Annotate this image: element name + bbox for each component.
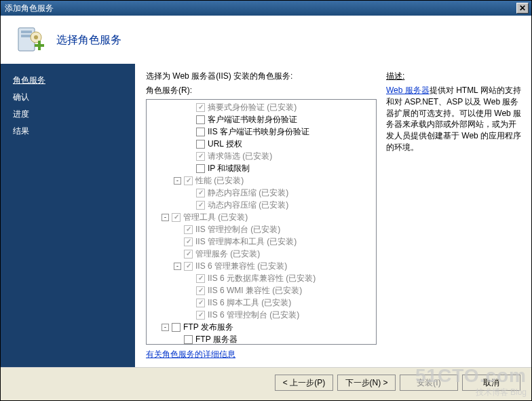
more-info-link[interactable]: 有关角色服务的详细信息 bbox=[146, 349, 235, 359]
tree-item-label: IIS 管理脚本和工具 (已安装) bbox=[195, 236, 297, 248]
tree-item-label: IIS 客户端证书映射身份验证 bbox=[208, 126, 309, 138]
tree-row[interactable]: 管理服务 (已安装) bbox=[149, 248, 373, 260]
svg-rect-6 bbox=[38, 41, 41, 50]
expand-icon[interactable]: - bbox=[162, 214, 169, 221]
checkbox[interactable] bbox=[196, 311, 205, 320]
tree-item-label: FTP 发布服务 bbox=[183, 322, 233, 333]
description-text: 提供对 HTML 网站的支持和对 ASP.NET、ASP 以及 Web 服务器扩… bbox=[386, 85, 521, 152]
checkbox[interactable] bbox=[196, 103, 205, 112]
sidebar: 角色服务确认进度结果 bbox=[1, 64, 135, 367]
tree-row[interactable]: 动态内容压缩 (已安装) bbox=[149, 199, 373, 211]
tree-row[interactable]: IIS 6 WMI 兼容性 (已安装) bbox=[149, 284, 373, 297]
tree-row[interactable]: IIS 客户端证书映射身份验证 bbox=[149, 126, 373, 138]
expand-icon[interactable]: - bbox=[174, 263, 181, 270]
tree-label: 角色服务(R): bbox=[146, 85, 377, 96]
tree-item-label: IIS 6 脚本工具 (已安装) bbox=[208, 297, 291, 309]
tree-item-label: IP 和域限制 bbox=[208, 163, 250, 174]
tree-item-label: IIS 6 元数据库兼容性 (已安装) bbox=[208, 273, 316, 284]
tree-item-label: IIS 6 管理兼容性 (已安装) bbox=[195, 261, 287, 272]
checkbox[interactable] bbox=[196, 201, 205, 210]
tree-item-label: 管理工具 (已安装) bbox=[183, 212, 248, 223]
instruction-text: 选择为 Web 服务器(IIS) 安装的角色服务: bbox=[146, 71, 377, 82]
checkbox[interactable] bbox=[196, 286, 205, 295]
tree-item-label: 管理服务 (已安装) bbox=[195, 248, 260, 260]
page-title: 选择角色服务 bbox=[56, 33, 121, 47]
tree-row[interactable]: -IIS 6 管理兼容性 (已安装) bbox=[149, 260, 373, 272]
checkbox[interactable] bbox=[172, 323, 180, 332]
tree-item-label: FTP 服务器 bbox=[195, 334, 238, 345]
header: 选择角色服务 bbox=[1, 16, 531, 64]
tree-item-label: 客户端证书映射身份验证 bbox=[208, 114, 297, 126]
tree-item-label: IIS 6 WMI 兼容性 (已安装) bbox=[208, 285, 302, 297]
checkbox[interactable] bbox=[172, 213, 180, 222]
tree-row[interactable]: IIS 管理控制台 (已安装) bbox=[149, 223, 373, 235]
tree-item-label: URL 授权 bbox=[208, 138, 242, 150]
checkbox[interactable] bbox=[196, 140, 205, 149]
checkbox[interactable] bbox=[196, 115, 205, 124]
svg-rect-1 bbox=[21, 31, 32, 33]
tree-row[interactable]: FTP 服务器 bbox=[149, 333, 373, 345]
tree-item-label: IIS 6 管理控制台 (已安装) bbox=[208, 309, 299, 321]
prev-button[interactable]: < 上一步(P) bbox=[275, 375, 333, 391]
tree-row[interactable]: IP 和域限制 bbox=[149, 162, 373, 174]
description-title: 描述: bbox=[386, 71, 522, 82]
expand-icon[interactable]: - bbox=[162, 324, 169, 331]
checkbox[interactable] bbox=[184, 225, 193, 234]
cancel-button[interactable]: 取消 bbox=[462, 375, 520, 391]
checkbox[interactable] bbox=[184, 335, 193, 344]
tree-row[interactable]: -FTP 发布服务 bbox=[149, 321, 373, 333]
sidebar-item-1[interactable]: 确认 bbox=[1, 89, 135, 106]
next-button[interactable]: 下一步(N) > bbox=[337, 375, 396, 391]
checkbox[interactable] bbox=[184, 176, 193, 185]
checkbox[interactable] bbox=[196, 128, 205, 136]
sidebar-item-2[interactable]: 进度 bbox=[1, 106, 135, 123]
tree-row[interactable]: -性能 (已安装) bbox=[149, 174, 373, 187]
server-role-icon bbox=[14, 24, 47, 56]
sidebar-item-3[interactable]: 结果 bbox=[1, 123, 135, 140]
sidebar-item-0[interactable]: 角色服务 bbox=[1, 72, 135, 89]
tree-item-label: 动态内容压缩 (已安装) bbox=[208, 199, 288, 211]
checkbox[interactable] bbox=[196, 152, 205, 161]
tree-row[interactable]: IIS 6 脚本工具 (已安装) bbox=[149, 297, 373, 309]
role-services-tree[interactable]: 摘要式身份验证 (已安装)客户端证书映射身份验证IIS 客户端证书映射身份验证U… bbox=[146, 99, 377, 345]
tree-item-label: 请求筛选 (已安装) bbox=[208, 151, 272, 162]
tree-item-label: 性能 (已安装) bbox=[195, 175, 244, 187]
tree-row[interactable]: IIS 6 管理控制台 (已安装) bbox=[149, 309, 373, 321]
window-title: 添加角色服务 bbox=[3, 3, 516, 14]
tree-row[interactable]: URL 授权 bbox=[149, 138, 373, 150]
description-body: Web 服务器提供对 HTML 网站的支持和对 ASP.NET、ASP 以及 W… bbox=[386, 85, 522, 153]
close-icon[interactable]: ✕ bbox=[516, 3, 529, 14]
checkbox[interactable] bbox=[196, 299, 205, 307]
footer: < 上一步(P) 下一步(N) > 安装(I) 取消 bbox=[1, 367, 531, 400]
tree-item-label: 静态内容压缩 (已安装) bbox=[208, 187, 288, 199]
checkbox[interactable] bbox=[196, 164, 205, 173]
tree-row[interactable]: 摘要式身份验证 (已安装) bbox=[149, 101, 373, 113]
description-link[interactable]: Web 服务器 bbox=[386, 85, 430, 95]
install-button[interactable]: 安装(I) bbox=[400, 375, 458, 391]
tree-item-label: 摘要式身份验证 (已安装) bbox=[208, 102, 297, 113]
checkbox[interactable] bbox=[196, 274, 205, 283]
checkbox[interactable] bbox=[184, 250, 193, 259]
checkbox[interactable] bbox=[196, 189, 205, 197]
checkbox[interactable] bbox=[184, 262, 193, 271]
tree-row[interactable]: 客户端证书映射身份验证 bbox=[149, 113, 373, 126]
checkbox[interactable] bbox=[184, 237, 193, 246]
titlebar: 添加角色服务 ✕ bbox=[1, 1, 531, 16]
tree-row[interactable]: IIS 管理脚本和工具 (已安装) bbox=[149, 235, 373, 248]
tree-row[interactable]: 请求筛选 (已安装) bbox=[149, 150, 373, 162]
tree-row[interactable]: IIS 6 元数据库兼容性 (已安装) bbox=[149, 272, 373, 284]
svg-point-4 bbox=[34, 35, 38, 39]
tree-row[interactable]: -管理工具 (已安装) bbox=[149, 211, 373, 223]
tree-item-label: IIS 管理控制台 (已安装) bbox=[195, 224, 280, 235]
expand-icon[interactable]: - bbox=[174, 177, 181, 185]
tree-row[interactable]: 静态内容压缩 (已安装) bbox=[149, 187, 373, 199]
